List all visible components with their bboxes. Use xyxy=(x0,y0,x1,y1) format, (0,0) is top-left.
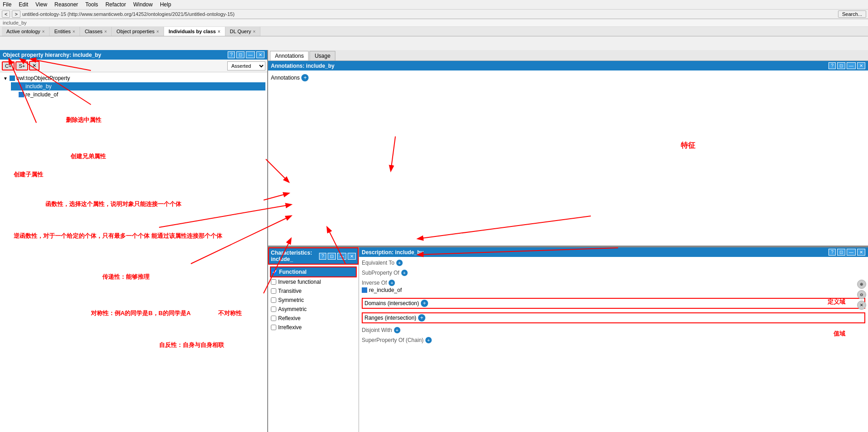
close-tab-active-ontology[interactable]: × xyxy=(42,29,45,34)
menu-help[interactable]: Help xyxy=(160,1,171,8)
close-tab-classes[interactable]: × xyxy=(105,29,107,34)
tabs-row: Active ontology× Entities× Classes× Obje… xyxy=(0,27,868,36)
ontology-title: untitled-ontology-15 (http://www.semanti… xyxy=(22,11,836,17)
tab-classes[interactable]: Classes× xyxy=(80,27,112,36)
menu-tools[interactable]: Tools xyxy=(85,1,98,8)
close-tab-individuals[interactable]: × xyxy=(218,29,220,34)
close-tab-entities[interactable]: × xyxy=(73,29,75,34)
tab-active-ontology[interactable]: Active ontology× xyxy=(2,27,50,36)
menu-window[interactable]: Window xyxy=(133,1,153,8)
menu-view[interactable]: View xyxy=(35,1,47,8)
forward-button[interactable]: > xyxy=(12,10,20,18)
nav-bar: < > untitled-ontology-15 (http://www.sem… xyxy=(0,10,868,19)
breadcrumb: include_by xyxy=(0,19,868,27)
close-tab-object-properties[interactable]: × xyxy=(156,29,159,34)
menu-file[interactable]: File xyxy=(3,1,11,8)
menu-edit[interactable]: Edit xyxy=(19,1,28,8)
tab-entities[interactable]: Entities× xyxy=(50,27,80,36)
back-button[interactable]: < xyxy=(2,10,10,18)
menu-refactor[interactable]: Refactor xyxy=(105,1,126,8)
menu-reasoner[interactable]: Reasoner xyxy=(55,1,78,8)
menubar: File Edit View Reasoner Tools Refactor W… xyxy=(0,0,868,10)
tab-dl-query[interactable]: DL Query× xyxy=(225,27,261,36)
tab-object-properties[interactable]: Object properties× xyxy=(112,27,164,36)
close-tab-dl-query[interactable]: × xyxy=(253,29,255,34)
search-button[interactable]: Search... xyxy=(838,10,866,18)
tab-individuals-by-class[interactable]: Individuals by class× xyxy=(164,27,225,36)
